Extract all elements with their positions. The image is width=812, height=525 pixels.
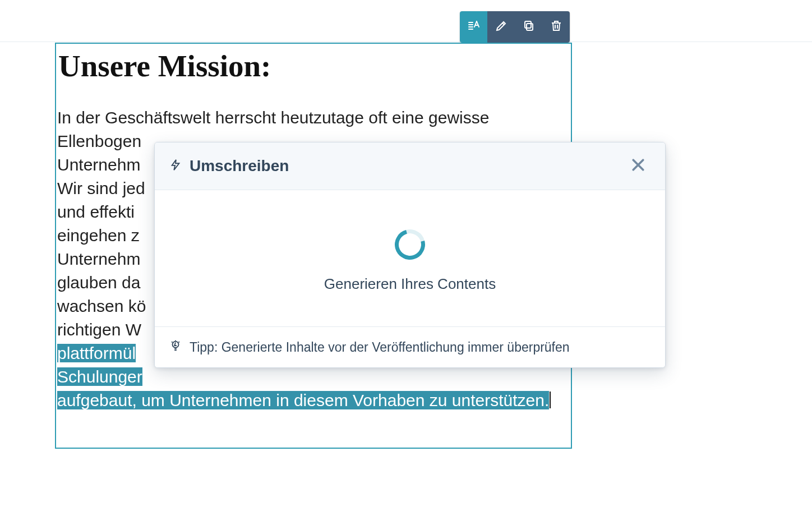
modal-footer: Tipp: Generierte Inhalte vor der Veröffe… — [155, 326, 665, 367]
modal-title-text: Umschreiben — [190, 157, 289, 175]
top-divider — [0, 42, 812, 42]
modal-body: Generieren Ihres Contents — [155, 190, 665, 326]
close-icon — [630, 156, 647, 176]
body-line: und effekti — [57, 202, 135, 221]
modal-tip-text: Tipp: Generierte Inhalte vor der Veröffe… — [190, 340, 570, 355]
rewrite-modal: Umschreiben Generieren Ihres Contents Ti… — [154, 142, 666, 368]
svg-rect-1 — [525, 21, 531, 28]
body-line: Unternehm — [57, 155, 140, 174]
editor-canvas: Unsere Mission: In der Geschäftswelt her… — [0, 0, 812, 525]
modal-status-text: Generieren Ihres Contents — [166, 275, 654, 293]
close-button[interactable] — [627, 155, 649, 177]
body-line: eingehen z — [57, 226, 140, 245]
loading-spinner — [389, 224, 431, 265]
bolt-icon — [169, 157, 182, 175]
modal-header: Umschreiben — [155, 142, 665, 190]
pencil-icon — [495, 19, 508, 35]
body-line-selected: plattformül — [57, 344, 136, 362]
heading[interactable]: Unsere Mission: — [58, 48, 571, 84]
copy-icon — [522, 19, 536, 35]
body-line-selected: Schulunger — [57, 367, 142, 386]
text-caret — [550, 392, 551, 408]
body-line: Wir sind jed — [57, 179, 145, 197]
body-line: glauben da — [57, 273, 140, 292]
body-line: Unternehm — [57, 250, 140, 268]
body-line: wachsen kö — [57, 297, 146, 315]
copy-button[interactable] — [515, 11, 542, 43]
svg-rect-0 — [527, 24, 533, 30]
body-line-selected: aufgebaut, um Unternehmen in diesem Vorh… — [57, 391, 549, 409]
modal-title: Umschreiben — [169, 157, 289, 175]
text-style-button[interactable] — [460, 11, 487, 43]
text-style-icon — [467, 19, 481, 35]
body-line: richtigen W — [57, 320, 141, 339]
block-toolbar — [460, 11, 570, 43]
trash-icon — [550, 19, 563, 35]
edit-button[interactable] — [487, 11, 515, 43]
lightbulb-icon — [169, 339, 182, 355]
delete-button[interactable] — [542, 11, 570, 43]
svg-point-2 — [173, 342, 179, 348]
